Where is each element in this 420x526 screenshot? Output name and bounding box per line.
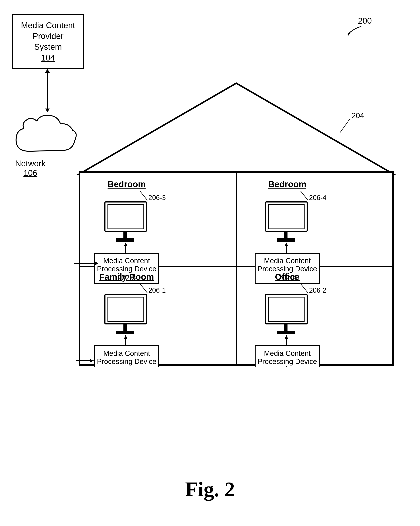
svg-text:Family Room: Family Room: [100, 272, 154, 282]
provider-id: 104: [41, 52, 55, 63]
svg-text:Office: Office: [275, 272, 300, 282]
svg-rect-55: [284, 324, 288, 332]
svg-text:Bedroom: Bedroom: [108, 179, 146, 189]
svg-rect-15: [116, 238, 134, 242]
svg-text:Media Content: Media Content: [103, 349, 150, 357]
svg-rect-54: [268, 297, 304, 321]
svg-rect-13: [108, 205, 144, 229]
svg-text:206-3: 206-3: [148, 194, 166, 202]
svg-rect-41: [116, 331, 134, 334]
network-id: 106: [15, 168, 46, 178]
figure-arrow: [344, 25, 363, 36]
svg-rect-28: [277, 238, 295, 242]
svg-rect-26: [268, 205, 304, 229]
svg-text:206-1: 206-1: [148, 286, 166, 294]
svg-rect-39: [108, 297, 144, 321]
svg-rect-56: [277, 331, 295, 334]
svg-text:206-2: 206-2: [309, 286, 326, 294]
svg-text:202-2: 202-2: [278, 366, 296, 367]
svg-text:Processing Device: Processing Device: [258, 357, 317, 365]
provider-text-line2: System: [34, 41, 62, 52]
provider-box: Media Content Provider System 104: [12, 14, 84, 69]
svg-text:Media Content: Media Content: [264, 257, 311, 265]
figure-number: 200: [358, 16, 372, 26]
network-label: Network 106: [15, 159, 46, 178]
svg-text:204: 204: [351, 111, 364, 120]
figure-caption: Fig. 2: [185, 477, 235, 501]
svg-text:Media Content: Media Content: [103, 257, 150, 265]
svg-marker-1: [79, 83, 393, 174]
svg-line-7: [340, 119, 350, 132]
network-text: Network: [15, 159, 46, 168]
svg-text:Processing Device: Processing Device: [97, 357, 157, 365]
svg-text:Media Content: Media Content: [264, 349, 311, 357]
svg-text:Processing Device: Processing Device: [97, 265, 157, 273]
svg-text:Bedroom: Bedroom: [268, 179, 306, 189]
house-diagram: 204 Bedroom 206-3 Media Content Processi…: [76, 79, 397, 367]
svg-text:Processing Device: Processing Device: [258, 265, 317, 273]
svg-text:202-1: 202-1: [117, 366, 136, 367]
provider-text-line1: Media Content Provider: [13, 20, 83, 41]
arrow-network-house: [74, 263, 98, 264]
svg-rect-14: [123, 231, 127, 239]
svg-rect-40: [123, 324, 127, 332]
diagram: Media Content Provider System 104 Networ…: [0, 0, 420, 526]
svg-rect-27: [284, 231, 288, 239]
arrow-provider-to-network: [47, 69, 48, 112]
network-cloud: [10, 110, 80, 161]
svg-text:206-4: 206-4: [309, 194, 326, 202]
